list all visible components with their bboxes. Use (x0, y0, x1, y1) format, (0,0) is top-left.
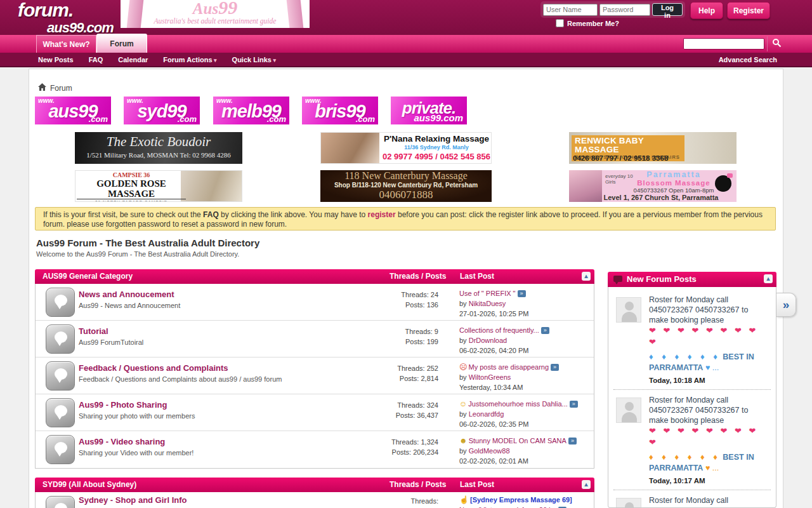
search-input[interactable] (683, 38, 764, 50)
forum-stats: Threads: 252 Posts: 2,814 (321, 363, 438, 384)
collapse-category-button[interactable] (582, 480, 591, 489)
forum-link[interactable]: Aus99 - Video sharing (79, 437, 165, 446)
last-post-time: 06-02-2026, 02:35 PM (459, 419, 593, 429)
avatar[interactable] (616, 498, 641, 508)
forum-stats: Threads: 24 Posts: 136 (321, 290, 438, 310)
ad-pnana-massage[interactable]: P'Nana Relaxing Massage 11/36 Sydney Rd.… (320, 132, 492, 164)
site-logo[interactable]: forum. aus99.com (18, 1, 114, 35)
goto-last-post-icon[interactable] (541, 327, 549, 334)
category-header: SYD99 (All About Sydney) Threads / Posts… (35, 478, 594, 492)
avatar[interactable] (616, 297, 641, 323)
last-post-link[interactable]: My posts are disappearng (469, 363, 549, 371)
column-last-post: Last Post (460, 269, 494, 284)
last-post-link[interactable]: Collections of frequently... (459, 326, 539, 334)
last-post-user-link[interactable]: NikitaDuesy (469, 300, 506, 307)
last-post-user-link[interactable]: Leonardfdg (469, 410, 504, 418)
nav-quick-links[interactable]: Quick Links (232, 56, 276, 64)
collapse-sidebar-button[interactable] (764, 274, 773, 283)
last-post-time: 27-01-2026, 10:25 PM (459, 309, 593, 319)
forum-description: Sharing your photo with our members (79, 412, 195, 420)
site-banner-bris99[interactable]: www. bris99 .com (302, 97, 378, 124)
last-post-cell: ☹My posts are disappearng by WiltonGreen… (459, 362, 593, 392)
gem-emoji-row: ♦ ♦ ♦ ♦ ♦ ♦ (649, 352, 721, 361)
ad-blossom-massage[interactable]: everyday 10 Girls Parramatta Blossom Mas… (569, 170, 737, 202)
search-button[interactable] (767, 36, 786, 51)
username-field[interactable] (543, 4, 598, 16)
last-post-link[interactable]: Justsomehourhoe miss Dahlia... (468, 400, 568, 408)
forum-row-video-sharing: Aus99 - Video sharing Sharing your Video… (36, 431, 594, 468)
last-post-user-link[interactable]: WiltonGreens (469, 373, 511, 381)
last-post-time: Yesterday, 10:34 AM (459, 382, 593, 392)
ad-exotic-boudoir[interactable]: The Exotic Boudoir 1/521 Military Road, … (75, 132, 242, 164)
goto-last-post-icon[interactable] (568, 438, 577, 444)
last-post-time: 02-02-2026, 02:01 AM (459, 456, 593, 466)
site-logo-line2: aus99.com (47, 21, 114, 35)
nav-calendar[interactable]: Calendar (118, 56, 148, 64)
thumbs-up-emoji-icon: ☝ (459, 495, 469, 504)
ad-golden-rose-massage[interactable]: CAMPSIE 36 GOLDEN ROSE MASSAGE 36 NORTH … (75, 170, 242, 202)
search-icon (772, 40, 782, 50)
last-post-user-link[interactable]: DrDownload (469, 337, 508, 344)
forum-link[interactable]: Aus99 - Photo Sharing (79, 400, 167, 410)
tab-forum[interactable]: Forum (96, 34, 147, 53)
speech-bubble-icon (613, 276, 622, 282)
last-post-user-link[interactable]: GoldMeow88 (469, 447, 510, 455)
forum-stats: Threads: 61,276 (321, 496, 438, 508)
nav-new-posts[interactable]: New Posts (38, 56, 74, 64)
forum-link[interactable]: Feedback / Questions and Complaints (79, 363, 228, 373)
category-header: AUS99 General Category Threads / Posts L… (35, 269, 594, 284)
last-post-link[interactable]: [Sydney Empress Massage 69] (470, 496, 572, 504)
post-link[interactable]: Roster for Monday call 0450723267 045073… (649, 395, 769, 425)
site-banner-melb99[interactable]: www. melb99 .com (213, 97, 289, 124)
hearts-emoji-row: ❤ ❤ ❤ ❤ ❤ ❤ ❤ ❤ ❤ (649, 325, 769, 348)
sidebar-post: Roster for Monday call 0450723267 045073… (613, 490, 771, 508)
forum-link[interactable]: News and Annoucement (79, 290, 174, 299)
site-banner-private-aus99[interactable]: private. aus99.com (391, 97, 467, 124)
heart-emoji: ♥ ... (705, 363, 719, 372)
login-button[interactable]: Log in (652, 3, 683, 16)
forum-stats: Threads: 1,324 Posts: 206,234 (321, 437, 438, 457)
last-post-link[interactable]: Stunny MODEL On CAM SANA (469, 437, 566, 444)
tab-whats-new[interactable]: What's New? (36, 35, 96, 53)
ad-118-canterbury-massage[interactable]: 118 New Canterbury Massage Shop B/118-12… (320, 170, 492, 202)
goto-last-post-icon[interactable] (551, 364, 559, 371)
category-title: SYD99 (All About Sydney) (43, 480, 136, 489)
post-link[interactable]: Roster for Monday call 0450723267 045073… (649, 495, 769, 508)
site-banner-syd99[interactable]: www. syd99 .com (124, 97, 200, 124)
last-post-cell: Use of " PREFIX " by NikitaDuesy 27-01-2… (459, 288, 593, 319)
forum-row-feedback: Feedback / Questions and Complaints Feed… (36, 358, 594, 394)
last-post-link[interactable]: Use of " PREFIX " (459, 290, 516, 297)
header-banner-ad[interactable]: Aus99 Australia's best adult entertainme… (121, 0, 310, 28)
ad-renwick-massage[interactable]: RENWICK BABY MASSAGE RENWICK ST LEICHHAR… (569, 132, 737, 164)
collapse-category-button[interactable] (582, 272, 591, 281)
forum-link[interactable]: Sydney - Shop and Girl Info (79, 495, 187, 505)
register-button[interactable]: Register (727, 2, 770, 19)
avatar[interactable] (616, 398, 641, 423)
help-button[interactable]: Help (690, 2, 723, 19)
sidebar-toggle-tab[interactable]: » (776, 293, 796, 317)
new-forum-posts-panel: New Forum Posts Roster for Monday call 0… (608, 272, 776, 508)
forum-link[interactable]: Tutorial (79, 326, 108, 336)
breadcrumb-label: Forum (50, 84, 72, 93)
nav-forum-actions[interactable]: Forum Actions (163, 56, 216, 64)
ad-photo (181, 171, 242, 202)
post-link[interactable]: Roster for Monday call 0450723267 045073… (649, 295, 769, 325)
goto-last-post-icon[interactable] (518, 290, 526, 297)
advanced-search-link[interactable]: Advanced Search (719, 56, 777, 64)
smiley-emoji-icon: ☺ (459, 399, 467, 408)
remember-me-checkbox[interactable] (556, 19, 564, 27)
banner-brand: Aus99 (121, 0, 310, 17)
breadcrumb[interactable]: Forum (38, 83, 72, 93)
sub-nav: New Posts FAQ Calendar Forum Actions Qui… (0, 53, 812, 67)
nav-faq[interactable]: FAQ (89, 56, 103, 64)
goto-last-post-icon[interactable] (570, 401, 578, 408)
faq-link[interactable]: FAQ (203, 210, 219, 219)
password-field[interactable] (599, 4, 650, 16)
site-banner-aus99[interactable]: www. aus99 .com (35, 97, 111, 124)
last-post-cell: Collections of frequently... by DrDownlo… (459, 325, 593, 356)
forum-row-sydney-shop: Sydney - Shop and Girl Info Talk about S… (36, 492, 594, 508)
last-post-cell: ☝[Sydney Empress Massage 69] Nana (Vietn… (459, 495, 593, 508)
category-aus99-general: AUS99 General Category Threads / Posts L… (35, 269, 594, 469)
register-link[interactable]: register (368, 210, 396, 219)
remember-me[interactable]: Remember Me? (556, 19, 619, 27)
